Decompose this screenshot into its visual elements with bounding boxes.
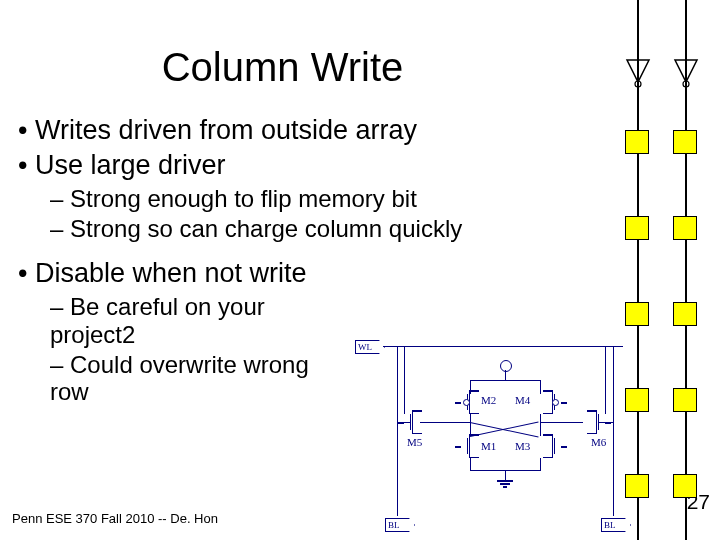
bullet-text: Could overwrite wrong row xyxy=(50,351,309,406)
memory-cell-icon xyxy=(673,216,697,240)
wire xyxy=(637,30,639,58)
wire xyxy=(540,414,541,436)
bullet-item: • Use large driver xyxy=(18,150,558,181)
wire xyxy=(397,346,398,516)
transistor-m6 xyxy=(581,410,599,434)
bullet-item: • Writes driven from outside array xyxy=(18,115,558,146)
wire xyxy=(551,422,583,423)
inverter-icon xyxy=(623,58,653,88)
svg-marker-2 xyxy=(675,60,697,82)
wire xyxy=(383,346,623,347)
bullet-text: Disable when not write xyxy=(35,258,307,288)
transistor-m4 xyxy=(537,390,555,414)
wire xyxy=(397,422,410,423)
footer-text: Penn ESE 370 Fall 2010 -- De. Hon xyxy=(12,511,218,526)
bl-label: BL xyxy=(385,518,415,532)
wire xyxy=(613,346,614,516)
wire xyxy=(404,346,405,414)
wire xyxy=(470,458,471,470)
m6-label: M6 xyxy=(591,436,606,448)
bullet-text: Use large driver xyxy=(35,150,226,180)
vdd-icon xyxy=(500,360,512,372)
wire xyxy=(605,346,606,414)
sram-cell-schematic: WL BL BL M5 M6 M2 xyxy=(355,340,650,540)
memory-cell-icon xyxy=(673,130,697,154)
memory-cell-icon xyxy=(625,216,649,240)
sub-bullet-item: – Could overwrite wrong row xyxy=(50,351,330,406)
wire xyxy=(470,414,471,436)
bullet-item: • Disable when not write xyxy=(18,258,558,289)
bullet-text: Strong enough to flip memory bit xyxy=(70,185,417,212)
slide: Column Write • Writes driven from outsid… xyxy=(0,0,720,540)
memory-cell-icon xyxy=(673,388,697,412)
inverter-icon xyxy=(671,58,701,88)
bullet-text: Strong so can charge column quickly xyxy=(70,215,462,242)
wire xyxy=(505,470,506,480)
bullet-text: Writes driven from outside array xyxy=(35,115,417,145)
m5-label: M5 xyxy=(407,436,422,448)
m3-label: M3 xyxy=(515,440,530,452)
bullet-text: Be careful on your project2 xyxy=(50,293,265,348)
wire xyxy=(540,458,541,470)
sub-bullet-item: – Strong enough to flip memory bit xyxy=(50,185,558,213)
wire xyxy=(505,370,506,380)
blb-label: BL xyxy=(601,518,631,532)
memory-cell-icon xyxy=(673,302,697,326)
memory-cell-icon xyxy=(673,474,697,498)
slide-title: Column Write xyxy=(0,45,565,90)
m2-label: M2 xyxy=(481,394,496,406)
wire xyxy=(540,422,552,423)
wire xyxy=(420,422,458,423)
m4-label: M4 xyxy=(515,394,530,406)
memory-cell-icon xyxy=(625,302,649,326)
wire xyxy=(685,30,687,58)
svg-marker-0 xyxy=(627,60,649,82)
wire xyxy=(470,380,540,381)
wire xyxy=(599,422,613,423)
m1-label: M1 xyxy=(481,440,496,452)
transistor-m3 xyxy=(537,434,555,458)
sub-bullet-item: – Strong so can charge column quickly xyxy=(50,215,558,243)
sub-bullet-item: – Be careful on your project2 xyxy=(50,293,330,348)
wire xyxy=(458,422,470,423)
memory-cell-icon xyxy=(625,130,649,154)
wl-label: WL xyxy=(355,340,385,354)
